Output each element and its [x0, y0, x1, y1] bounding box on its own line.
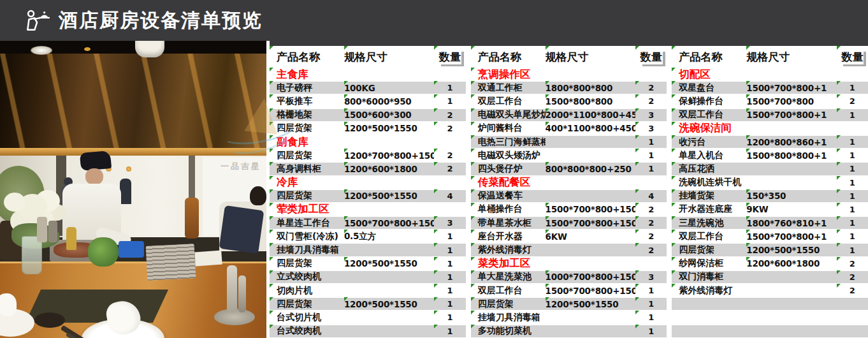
section-title: 烹调操作区	[471, 68, 667, 81]
product-name-cell: 电热三门海鲜蒸柜	[471, 135, 546, 149]
spec-cell: 1200*700*800+150	[344, 149, 435, 162]
header-qty-cell: 数量	[635, 46, 667, 68]
spec-cell	[546, 149, 636, 162]
section-title: 菜类加工区	[471, 257, 667, 270]
flowers	[4, 193, 25, 212]
qty-cell: 2	[434, 122, 465, 135]
product-name-cell: 开水器连底座	[672, 203, 746, 216]
qty-cell: 1	[837, 189, 868, 203]
qty-cell: 1	[434, 257, 465, 270]
product-name-cell: 双星盘台	[672, 81, 746, 94]
item-row: 洗碗机连烘干机1	[672, 176, 868, 189]
item-row: 四层货架1200*500*15501	[471, 297, 667, 311]
qty-cell: 2	[635, 230, 667, 243]
item-row: 开水器连底座9KW1	[672, 203, 868, 216]
empty-row	[672, 325, 868, 338]
item-row: 单桶操作台1500*700*800+1502	[471, 203, 667, 216]
spec-cell: 800*6000*950	[344, 94, 435, 108]
product-name-cell: 四层货架	[672, 243, 746, 256]
qty-cell: 1	[635, 311, 667, 324]
item-row: 格栅地架1500*600*3002	[270, 108, 466, 122]
qty-cell: 2	[837, 270, 868, 284]
product-name-cell: 收污台	[672, 135, 746, 149]
product-name-cell: 四层货架	[270, 149, 344, 162]
section-title: 洗碗保洁间	[672, 122, 868, 135]
pendant-lamp	[135, 41, 164, 57]
qty-cell: 3	[434, 216, 465, 230]
item-row: 四头煲仔炉800*800*800+2501	[471, 162, 667, 175]
item-row: 平板推车800*6000*9501	[270, 94, 466, 108]
qty-cell: 1	[635, 162, 667, 175]
qty-cell: 1	[837, 230, 868, 243]
person-silhouette	[120, 179, 131, 204]
product-name-cell: 炉间酱料台	[471, 122, 546, 135]
shaker	[48, 221, 57, 242]
section-title: 传菜配餐区	[471, 176, 667, 189]
cook-head	[250, 186, 266, 205]
spec-cell: 1500*700*800+150	[546, 284, 636, 297]
product-name-cell: 紫外线消毒灯	[471, 243, 546, 256]
qty-cell: 1	[434, 94, 465, 108]
grinder	[227, 265, 237, 312]
product-name-cell: 挂墙刀具消毒箱	[471, 311, 546, 324]
product-name-cell: 立式绞肉机	[270, 270, 344, 284]
photo-range-hood	[0, 54, 266, 149]
product-name-cell: 双门雪柜(冷冻)	[270, 230, 344, 243]
grinder	[238, 276, 246, 312]
spec-cell: 1500*700*800	[746, 94, 837, 108]
chef-face	[85, 168, 103, 185]
product-name-cell: 洗碗机连烘干机	[672, 176, 746, 189]
qty-cell: 3	[635, 270, 667, 284]
item-row: 四层货架1200*700*800+1502	[270, 149, 466, 162]
product-name-cell: 四层货架	[270, 297, 344, 311]
spot-light	[84, 47, 90, 51]
product-name-cell: 格栅地架	[270, 108, 344, 122]
section-row: 冷库	[270, 176, 466, 189]
qty-cell: 1	[837, 135, 868, 149]
item-row: 双层工作台1500*700*800+11	[672, 108, 868, 122]
product-name-cell: 保温送餐车	[471, 189, 546, 203]
item-row: 立式绞肉机1	[270, 270, 466, 284]
spec-cell: 2000*1100*800+450	[546, 108, 636, 122]
product-name-cell: 保鲜操作台	[672, 94, 746, 108]
spec-cell: 1800*800*800	[546, 81, 636, 94]
qty-cell: 2	[837, 284, 868, 297]
product-name-cell: 双通工作柜	[471, 81, 546, 94]
item-row: 收污台1200*800*860+11	[672, 135, 868, 149]
item-row: 四层货架1200*500*15501	[270, 297, 466, 311]
qty-cell: 4	[635, 189, 667, 203]
qty-cell: 1	[837, 176, 868, 189]
qty-cell: 1	[837, 162, 868, 175]
item-row: 多功能切菜机1	[471, 325, 667, 338]
spec-cell: 1500*700*800+1	[746, 81, 837, 94]
item-row: 四层货架1200*500*15504	[270, 189, 466, 203]
column-header-row: 产品名称规格尺寸数量	[672, 46, 868, 68]
qty-cell: 2	[635, 94, 667, 108]
section-row: 切配区	[672, 68, 868, 81]
item-row: 保鲜操作台1500*700*8002	[672, 94, 868, 108]
section-row: 烹调操作区	[471, 68, 667, 81]
qty-cell: 1	[635, 149, 667, 162]
qty-cell: 1	[434, 311, 465, 324]
product-name-cell: 电磁双头矮汤炉	[471, 149, 546, 162]
product-name-cell: 双层工作台	[471, 284, 546, 297]
qty-cell: 1	[434, 270, 465, 284]
spec-cell: 1500*700*800+1	[746, 230, 837, 243]
spec-cell: 1200*800*860+1	[746, 135, 837, 149]
item-row: 单大星洗菜池1000*700*800+1503	[471, 270, 667, 284]
section-title: 荤类加工区	[270, 203, 466, 216]
item-row: 四层货架1200*500*15501	[672, 243, 868, 256]
waiter-icon	[23, 9, 50, 32]
product-name-cell: 四头煲仔炉	[471, 162, 546, 175]
qty-cell: 1	[635, 297, 667, 311]
spec-cell	[746, 176, 837, 189]
item-row: 台式切片机1	[270, 311, 466, 324]
spec-cell	[344, 243, 435, 256]
small-dish	[34, 312, 65, 328]
product-name-cell: 单星入机台	[672, 149, 746, 162]
item-row: 双层工作台1500*800*8002	[471, 94, 667, 108]
spec-cell: 1500*700*800+150	[546, 216, 636, 230]
header-spec-cell: 规格尺寸	[546, 46, 636, 68]
product-name-cell: 四层货架	[471, 297, 546, 311]
qty-cell: 2	[635, 203, 667, 216]
